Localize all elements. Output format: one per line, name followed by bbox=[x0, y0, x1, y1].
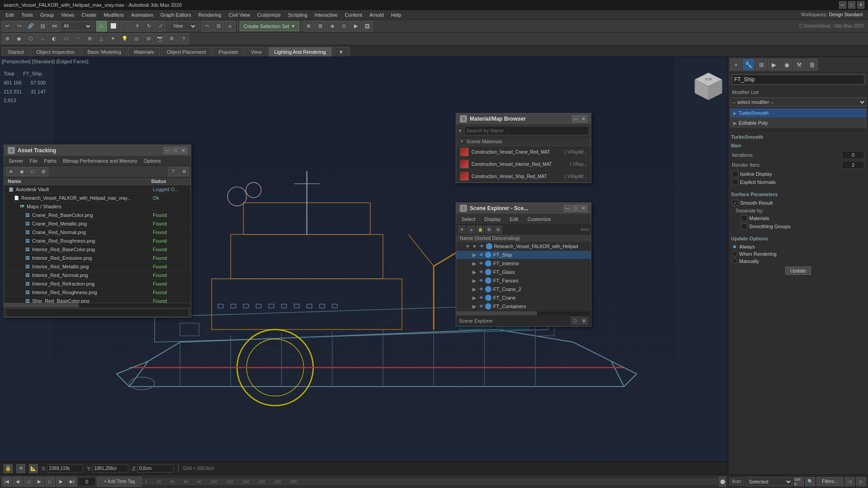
mat-browser-minimize-btn[interactable]: — bbox=[572, 115, 579, 122]
tb2-btn7[interactable]: ⋯ bbox=[72, 33, 83, 44]
bind-warp-btn[interactable]: ⋈ bbox=[49, 21, 60, 32]
timeline-play-btn[interactable]: ▶ bbox=[34, 477, 44, 487]
at-tb-btn3[interactable]: ⬡ bbox=[28, 167, 38, 176]
asset-row-10[interactable]: 🖼 Ship_Red_BaseColor.png Found bbox=[4, 297, 191, 303]
se-minimize-btn[interactable]: — bbox=[564, 205, 571, 212]
menu-modifiers[interactable]: Modifiers bbox=[100, 10, 127, 20]
layer-btn[interactable]: ≡ bbox=[225, 21, 236, 32]
window-crossing-btn[interactable]: ⬛ bbox=[120, 21, 131, 32]
arrow-right-btn[interactable]: ▷ bbox=[856, 477, 866, 486]
timeline-next-btn[interactable]: ▶ bbox=[56, 477, 66, 487]
isoline-checkbox[interactable] bbox=[732, 171, 738, 177]
at-tb-btn4[interactable]: ⊞ bbox=[38, 167, 48, 176]
render-setup-btn[interactable]: ⊙ bbox=[339, 21, 349, 32]
menu-arnold[interactable]: Arnold bbox=[366, 10, 387, 20]
asset-tracking-close-btn[interactable]: ✕ bbox=[180, 147, 187, 154]
asset-row-4[interactable]: 🖼 Interior_Red_BaseColor.png Found bbox=[4, 245, 191, 254]
material-editor-btn[interactable]: ◈ bbox=[327, 21, 338, 32]
grip-btn[interactable]: 🔒 bbox=[4, 464, 13, 473]
se-tab-customize[interactable]: Customize bbox=[524, 216, 555, 223]
se-ftcrane-eye[interactable]: 👁 bbox=[478, 295, 484, 301]
tb2-btn1[interactable]: ⊕ bbox=[2, 33, 13, 44]
timeline-start-btn[interactable]: |◀ bbox=[2, 477, 12, 487]
mat-browser-close-btn[interactable]: ✕ bbox=[580, 115, 587, 122]
menu-create[interactable]: Create bbox=[78, 10, 100, 20]
mat-search-input[interactable] bbox=[464, 126, 589, 135]
se-row-ftglass[interactable]: ▶ 👁 FT_Glass bbox=[456, 268, 591, 277]
manually-radio[interactable] bbox=[732, 258, 737, 264]
tab-materials[interactable]: Materials bbox=[128, 47, 160, 56]
menu-interactive[interactable]: Interactive bbox=[311, 10, 341, 20]
select-move-btn[interactable]: ✛ bbox=[132, 21, 142, 32]
tb2-btn4[interactable]: ○ bbox=[37, 33, 48, 44]
se-row-ftcrane[interactable]: ▶ 👁 FT_Crane bbox=[456, 294, 591, 302]
modifier-list-dropdown[interactable]: -- select modifier -- bbox=[730, 98, 866, 107]
asset-row-2[interactable]: 🖼 Crane_Red_Normal.png Found bbox=[4, 228, 191, 237]
tab-extra[interactable]: ▼ bbox=[333, 47, 349, 56]
hierarchy-panel-btn[interactable]: ⊞ bbox=[755, 59, 767, 70]
search-btn[interactable]: 🔍 bbox=[805, 477, 815, 486]
tb2-btn9[interactable]: △ bbox=[96, 33, 107, 44]
asset-row-6[interactable]: 🖼 Interior_Red_Metallic.png Found bbox=[4, 263, 191, 271]
at-tb-btn1[interactable]: ⊕ bbox=[6, 167, 16, 176]
asset-row-1[interactable]: 🖼 Crane_Red_Metallic.png Found bbox=[4, 220, 191, 228]
when-rendering-radio[interactable] bbox=[732, 251, 737, 257]
filters-btn[interactable]: Filters... bbox=[816, 477, 844, 486]
se-ftglass-eye[interactable]: 👁 bbox=[478, 269, 484, 275]
se-maximize-btn[interactable]: □ bbox=[572, 205, 579, 212]
at-menu-bitmap[interactable]: Bitmap Performance and Memory bbox=[60, 156, 140, 166]
se-filter-clear-btn[interactable]: ✕ bbox=[458, 225, 466, 234]
asset-scrollbar[interactable] bbox=[4, 303, 191, 307]
select-link-btn[interactable]: 🔗 bbox=[25, 21, 36, 32]
rotate-btn[interactable]: ↻ bbox=[143, 21, 154, 32]
view-select[interactable]: View Screen World bbox=[170, 22, 197, 31]
menu-group[interactable]: Group bbox=[37, 10, 58, 20]
se-ftcontainers-eye[interactable]: 👁 bbox=[478, 303, 484, 310]
se-tab-edit[interactable]: Edit bbox=[506, 216, 522, 223]
maximize-btn[interactable]: □ bbox=[848, 1, 855, 9]
tb2-btn16[interactable]: ? bbox=[178, 33, 189, 44]
xform-btn[interactable]: ✛ bbox=[16, 464, 25, 473]
menu-tools[interactable]: Tools bbox=[18, 10, 37, 20]
asset-tracking-titlebar[interactable]: 3 Asset Tracking — □ ✕ bbox=[4, 145, 191, 156]
modify-panel-btn active[interactable]: 🔧 bbox=[743, 59, 755, 70]
menu-graph-editors[interactable]: Graph Editors bbox=[157, 10, 195, 20]
create-selection-set-btn[interactable]: Create Selection Set ▼ bbox=[240, 21, 299, 31]
smooth-result-checkbox[interactable] bbox=[732, 200, 738, 206]
asset-row-7[interactable]: 🖼 Interior_Red_Normal.png Found bbox=[4, 271, 191, 280]
tab-lighting-rendering[interactable]: Lighting And Rendering bbox=[269, 47, 332, 56]
render-iters-value[interactable]: 2 bbox=[842, 161, 864, 169]
scale-btn[interactable]: ⤢ bbox=[155, 21, 166, 32]
asset-footer-input[interactable] bbox=[6, 309, 189, 317]
tab-object-placement[interactable]: Object Placement bbox=[161, 47, 212, 56]
smoothing-groups-checkbox[interactable] bbox=[741, 223, 747, 230]
display-panel-btn[interactable]: ◉ bbox=[781, 59, 793, 70]
menu-animation[interactable]: Animation bbox=[127, 10, 157, 20]
menu-content[interactable]: Content bbox=[341, 10, 366, 20]
render-btn[interactable]: ▶ bbox=[350, 21, 361, 32]
modifier-editable-poly[interactable]: ▶ Editable Poly bbox=[730, 118, 866, 127]
se-filter-lock-btn[interactable]: 🔒 bbox=[476, 225, 484, 234]
tab-started[interactable]: Started bbox=[2, 47, 29, 56]
menu-customize[interactable]: Customize bbox=[254, 10, 284, 20]
asset-row-maps[interactable]: 🗺 Maps / Shaders bbox=[4, 202, 191, 211]
tb2-btn11[interactable]: 💡 bbox=[119, 33, 130, 44]
set-key-btn[interactable]: ⬤ bbox=[719, 477, 726, 487]
arrow-left-btn[interactable]: ◁ bbox=[845, 477, 855, 486]
se-scrollbar[interactable] bbox=[456, 311, 591, 315]
mat-item-2[interactable]: Construction_Vessel_Ship_Red_MAT ( VRayM… bbox=[456, 170, 591, 183]
update-btn[interactable]: Update bbox=[785, 267, 811, 275]
timeline-prev-frame-btn[interactable]: ◁ bbox=[24, 477, 33, 487]
at-settings-btn[interactable]: ⚙ bbox=[179, 167, 189, 176]
se-row-ftship[interactable]: ▶ 👁 FT_Ship bbox=[456, 251, 591, 259]
at-tb-btn2[interactable]: ◉ bbox=[17, 167, 27, 176]
current-frame-input[interactable] bbox=[78, 477, 96, 486]
se-root-eye[interactable]: 👁 bbox=[479, 243, 485, 249]
tab-object-inspection[interactable]: Object Inspection bbox=[30, 47, 80, 56]
named-sel-btn[interactable]: ⊕ bbox=[303, 21, 314, 32]
se-filter-funnel-btn[interactable]: ⊿ bbox=[467, 225, 475, 234]
navigation-cube[interactable]: TOP bbox=[693, 70, 724, 102]
tab-view[interactable]: View bbox=[245, 47, 268, 56]
undo-btn[interactable]: ↩ bbox=[2, 21, 13, 32]
asset-row-8[interactable]: 🖼 Interior_Red_Refraction.png Found bbox=[4, 280, 191, 288]
